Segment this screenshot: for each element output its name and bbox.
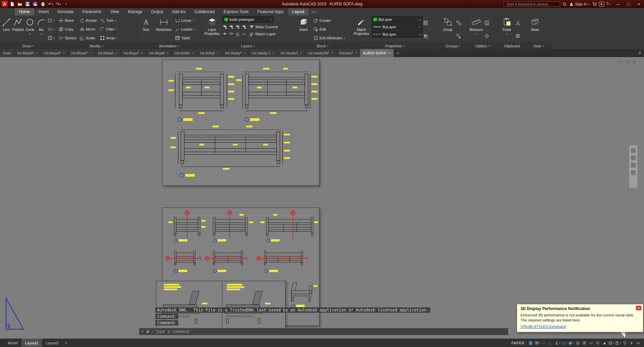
panel-label-clipboard[interactable]: Clipboard <box>498 42 526 49</box>
base-button[interactable]: Base <box>527 16 543 42</box>
create-block-button[interactable]: Create <box>312 16 346 25</box>
signin-button[interactable]: Sign In ▾ <box>569 2 589 6</box>
orbit-icon[interactable] <box>631 170 636 175</box>
command-customize-icon[interactable] <box>146 330 150 334</box>
tab-home[interactable]: Home <box>15 8 34 15</box>
id-point-icon[interactable] <box>485 34 489 38</box>
maximize-button[interactable]: □ <box>623 0 634 8</box>
tab-close-icon[interactable]: × <box>217 51 218 55</box>
copy-button[interactable]: Copy <box>57 25 78 33</box>
fillet-button[interactable]: Fillet▾ <box>99 25 119 33</box>
command-input[interactable] <box>155 329 506 334</box>
table-button[interactable]: Table <box>174 34 197 42</box>
tab-featured-apps[interactable]: Featured Apps <box>253 8 288 15</box>
drawing-minimize-icon[interactable]: ─ <box>619 59 622 64</box>
stretch-button[interactable]: Stretch <box>57 34 78 42</box>
panel-label-view[interactable]: View▾ <box>526 42 551 49</box>
edit-block-button[interactable]: Edit <box>312 25 346 33</box>
osnap-icon[interactable]: ◉▾ <box>568 340 574 346</box>
graphics-performance-icon[interactable] <box>628 340 635 346</box>
minimize-button[interactable]: ─ <box>613 0 623 8</box>
layer-lock-icon[interactable] <box>242 25 246 29</box>
isolate-objects-icon[interactable] <box>622 340 628 346</box>
undo-button[interactable]: ↶▾ <box>47 1 54 7</box>
edit-attributes-button[interactable]: 1Edit Attributes▾ <box>312 34 346 42</box>
tab-view[interactable]: View <box>106 8 123 15</box>
tab-close-icon[interactable]: × <box>167 51 168 55</box>
mirror-button[interactable]: Mirror <box>79 25 98 33</box>
paste-button[interactable]: Paste ▾ <box>499 16 515 42</box>
file-tab[interactable]: Int-Meja7× <box>121 49 146 57</box>
isodraft-icon[interactable]: ◇▾ <box>561 340 567 346</box>
cart-icon[interactable] <box>592 2 597 6</box>
layer-dropdown[interactable]: kode-potongan ▾ <box>222 16 274 23</box>
tab-collaborate[interactable]: Collaborate <box>190 8 219 15</box>
panel-label-layers[interactable]: Layers▾ <box>201 42 294 49</box>
qat-menu-button[interactable]: ▾ <box>63 1 69 7</box>
file-tab[interactable]: Int-Meja3*× <box>14 49 41 57</box>
3d-osnap-icon[interactable]: ◎ <box>575 340 581 346</box>
layer-unlock-icon[interactable] <box>235 32 240 36</box>
file-tab[interactable]: Int-Vanity-1× <box>249 49 278 57</box>
array-button[interactable]: Array▾ <box>99 34 119 42</box>
tab-annotate[interactable]: Annotate <box>53 8 78 15</box>
layer-on-icon[interactable] <box>222 32 227 36</box>
panel-label-properties[interactable]: Properties▾ <box>351 42 439 49</box>
panel-label-modify[interactable]: Modify▾ <box>56 42 137 49</box>
navigation-bar[interactable] <box>629 145 638 188</box>
visualstyles-command-link[interactable]: VISUALSTYLES Command <box>521 324 566 329</box>
tab-layout[interactable]: Layout <box>288 8 309 15</box>
match-layer-button[interactable]: Match Layer <box>248 31 277 37</box>
save-button[interactable] <box>24 1 31 7</box>
group-edit-icon[interactable] <box>456 34 461 38</box>
transparency-settings-icon[interactable] <box>423 34 428 38</box>
file-tab-menu-icon[interactable]: ≡ <box>635 49 644 57</box>
transparency-icon[interactable]: ▱ <box>588 340 594 346</box>
file-tab[interactable]: Int-Meja6× <box>95 49 120 57</box>
match-properties-button[interactable]: Match Properties <box>352 16 371 42</box>
layout1-tab[interactable]: Layout1 <box>21 339 42 347</box>
file-tab[interactable]: Int-Vanity2× <box>278 49 305 57</box>
model-tab[interactable]: Model <box>4 339 21 347</box>
open-button[interactable] <box>16 1 23 7</box>
dimension-button[interactable]: Dimension <box>154 16 173 42</box>
polyline-button[interactable]: Polyline <box>12 16 24 42</box>
layer-freeze-icon[interactable] <box>235 25 240 29</box>
file-tab[interactable]: Int-Vanity3d*× <box>305 49 336 57</box>
plot-button[interactable] <box>40 1 46 7</box>
clean-screen-icon[interactable]: ▭ <box>635 340 641 346</box>
zoom-icon[interactable] <box>631 163 636 168</box>
rotate-button[interactable]: Rotate <box>79 16 98 25</box>
layer-isolate-icon[interactable] <box>229 25 234 29</box>
rectangle-icon[interactable] <box>48 18 52 23</box>
file-tab[interactable]: Int-Meja4*× <box>41 49 68 57</box>
make-current-button[interactable]: Make Current <box>248 24 279 30</box>
line-button[interactable]: Line <box>1 16 11 42</box>
notification-close-icon[interactable]: ✕ <box>636 306 641 310</box>
close-button[interactable]: × <box>634 0 644 8</box>
lineweight-dropdown[interactable]: ByLayer ▾ <box>371 24 423 30</box>
drawing-close-icon[interactable]: × <box>633 59 636 64</box>
file-tab[interactable]: Int-Meja8× <box>146 49 172 57</box>
lock-ui-icon[interactable]: ▾ <box>615 340 621 346</box>
layer-properties-button[interactable]: Layer Properties <box>202 16 222 42</box>
tab-close-icon[interactable]: × <box>389 51 391 55</box>
new-layout-button[interactable]: + <box>62 339 70 347</box>
tab-close-icon[interactable]: × <box>192 51 193 55</box>
panel-label-block[interactable]: Block▾ <box>295 42 351 49</box>
infer-constraints-icon[interactable]: ∴ <box>541 340 547 346</box>
polar-tracking-icon[interactable]: ∠▾ <box>554 340 561 346</box>
tab-output[interactable]: Output <box>147 8 167 15</box>
scale-button[interactable]: Scale <box>79 34 98 42</box>
saveas-button[interactable] <box>32 1 39 7</box>
quick-calc-icon[interactable] <box>485 20 489 25</box>
panel-label-annotation[interactable]: Annotation▾ <box>137 42 201 49</box>
tab-close-icon[interactable]: × <box>90 51 92 55</box>
leader-button[interactable]: Leader▾ <box>174 25 197 33</box>
tab-close-icon[interactable]: × <box>331 51 333 55</box>
tab-close-icon[interactable]: × <box>63 51 65 55</box>
tab-addins[interactable]: Add-ins <box>167 8 190 15</box>
tab-manage[interactable]: Manage <box>123 8 147 15</box>
file-tab[interactable]: Int-Sofa2× <box>172 49 197 57</box>
file-tab-start[interactable]: Start <box>0 49 14 57</box>
